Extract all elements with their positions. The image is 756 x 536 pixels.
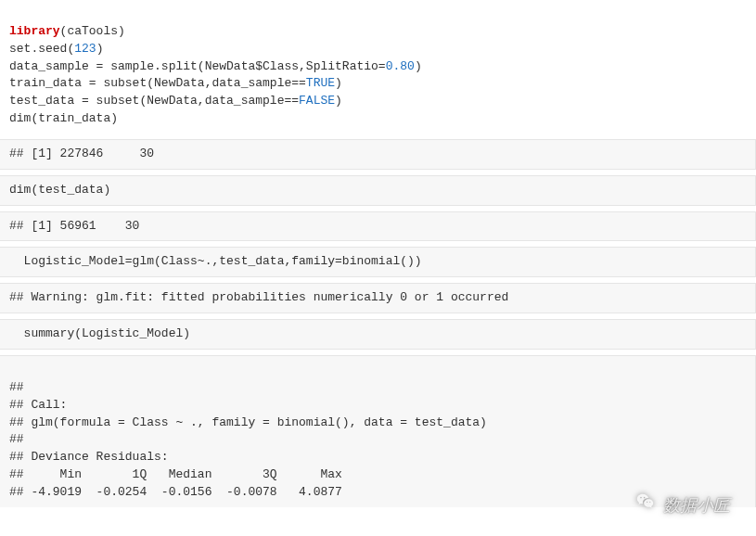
code-block-3: Logistic_Model=glm(Class~.,test_data,fam… — [0, 247, 756, 277]
code-text: ) — [415, 59, 422, 73]
code-block-2: dim(test_data) — [0, 175, 756, 206]
code-text: ) — [96, 42, 104, 56]
code-text: ) — [335, 94, 342, 108]
code-text: Logistic_Model=glm(Class~.,test_data,fam… — [9, 254, 422, 268]
output-text: ## glm(formula = Class ~ ., family = bin… — [9, 415, 487, 429]
code-text: dim(test_data) — [9, 183, 110, 197]
code-text: data_sample = sample.split(NewData$Class… — [9, 59, 386, 73]
code-text: test_data = subset(NewData,data_sample== — [9, 94, 299, 108]
code-text: set.seed( — [9, 42, 74, 56]
output-text: ## Call: — [9, 398, 67, 412]
output-text: ## — [9, 380, 31, 394]
bool-literal: FALSE — [299, 94, 335, 108]
output-text: ## [1] 227846 30 — [9, 147, 154, 160]
output-block-2: ## [1] 56961 30 — [0, 211, 756, 242]
number-literal: 123 — [74, 42, 96, 56]
code-text: train_data = subset(NewData,data_sample=… — [9, 76, 306, 90]
output-text: ## Warning: glm.fit: fitted probabilitie… — [9, 290, 508, 304]
code-text: summary(Logistic_Model) — [9, 326, 190, 340]
output-text: ## Min 1Q Median 3Q Max — [9, 467, 356, 481]
output-block-3: ## Warning: glm.fit: fitted probabilitie… — [0, 283, 756, 313]
bool-literal: TRUE — [306, 76, 335, 90]
code-text: (caTools) — [60, 24, 125, 38]
output-text: ## [1] 56961 30 — [9, 219, 139, 233]
output-block-1: ## [1] 227846 30 — [0, 139, 756, 170]
code-block-4: summary(Logistic_Model) — [0, 319, 756, 350]
code-text: ) — [335, 76, 342, 90]
keyword-library: library — [9, 24, 60, 38]
output-block-4: ## ## Call: ## glm(formula = Class ~ ., … — [0, 355, 756, 507]
code-block-1: library(caTools) set.seed(123) data_samp… — [0, 0, 756, 134]
output-text: ## Deviance Residuals: — [9, 450, 175, 464]
output-text: ## -4.9019 -0.0254 -0.0156 -0.0078 4.087… — [9, 485, 356, 499]
number-literal: 0.80 — [386, 59, 415, 73]
code-text: dim(train_data) — [9, 111, 118, 125]
output-text: ## — [9, 432, 31, 446]
